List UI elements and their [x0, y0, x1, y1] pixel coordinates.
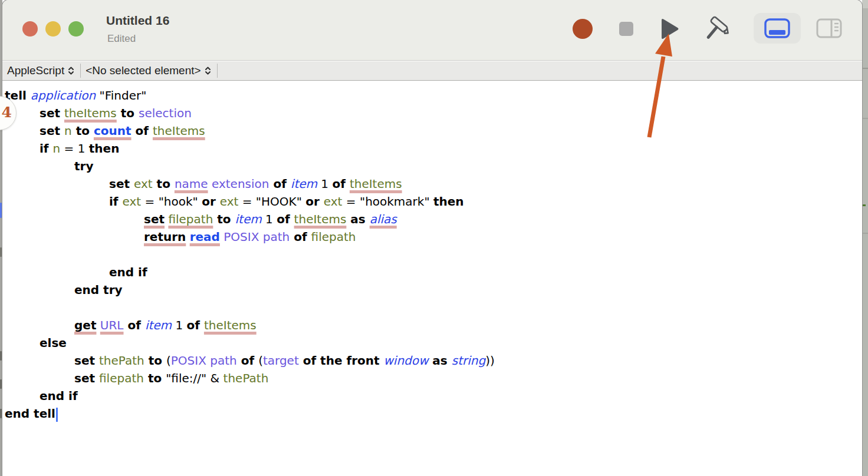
code-token: )): [485, 353, 495, 368]
code-token: POSIX path: [223, 230, 290, 244]
text-cursor: [56, 408, 58, 422]
code-token: filepath: [99, 371, 144, 385]
record-button[interactable]: [570, 16, 595, 41]
code-token: alias: [370, 212, 397, 226]
code-token: count: [94, 124, 131, 138]
code-token: as: [428, 353, 451, 368]
code-line: set filepath to "file://" & thePath: [2, 369, 862, 387]
code-token: end if: [109, 265, 147, 279]
code-token: thePath: [223, 371, 269, 385]
code-token: of: [269, 177, 290, 191]
screenshot-stage: Untitled 16 Edited: [0, 0, 868, 476]
code-token: to: [72, 124, 94, 138]
close-button[interactable]: [22, 21, 38, 37]
code-token: theItems: [204, 318, 257, 332]
bottom-pane-icon: [754, 13, 801, 44]
code-token: ext: [134, 177, 153, 191]
code-token: ext: [324, 194, 343, 209]
code-token: = "hookmark": [342, 194, 433, 209]
show-right-pane-toggle[interactable]: [811, 13, 847, 44]
code-token: of: [237, 353, 258, 368]
code-token: then: [89, 141, 120, 156]
background-text-fragment: [0, 351, 2, 361]
code-line: return read POSIX path of filepath: [2, 228, 862, 246]
code-token: theItems: [64, 106, 117, 120]
code-line: end try: [2, 281, 862, 299]
code-token: if: [40, 141, 53, 156]
zoom-button[interactable]: [68, 21, 84, 37]
code-token: of: [277, 212, 294, 226]
code-token: n: [64, 124, 72, 138]
code-token: to: [153, 177, 175, 191]
code-token: extension: [208, 177, 269, 191]
code-token: = "hook": [141, 194, 202, 209]
code-token: end if: [40, 389, 78, 403]
record-icon: [573, 19, 593, 39]
code-token: of the front: [299, 353, 384, 368]
code-token: theItems: [350, 177, 402, 191]
code-token: or: [305, 194, 324, 209]
selected-element-dropdown[interactable]: <No selected element>: [81, 61, 216, 80]
window-title: Untitled 16: [106, 14, 169, 28]
code-editor[interactable]: tell application "Finder"set theItems to…: [2, 81, 862, 476]
code-token: filepath: [168, 212, 213, 226]
background-text-fragment: [0, 379, 2, 389]
code-token: = 1: [60, 141, 89, 156]
code-line: end if: [2, 263, 862, 281]
code-line: set thePath to (POSIX path of (target of…: [2, 352, 862, 369]
show-bottom-pane-toggle[interactable]: [754, 13, 801, 44]
chevron-up-down-icon: [68, 65, 74, 76]
code-line: if n = 1 then: [2, 140, 862, 157]
code-token: to: [144, 371, 166, 385]
code-token: (: [258, 353, 263, 368]
code-token: ext: [220, 194, 239, 209]
code-token: to: [213, 212, 235, 226]
code-token: else: [40, 336, 67, 350]
code-token: URL: [100, 318, 124, 332]
code-line: else: [2, 334, 862, 352]
play-icon: [656, 16, 682, 41]
code-token: application: [31, 88, 96, 103]
code-token: target: [263, 353, 299, 368]
code-token: 1: [317, 177, 332, 191]
chevron-up-down-icon: [205, 65, 211, 76]
language-dropdown[interactable]: AppleScript: [2, 61, 80, 80]
minimize-button[interactable]: [45, 21, 61, 37]
code-line: tell application "Finder": [2, 87, 862, 104]
code-token: "file://" &: [166, 371, 223, 385]
title-bar: Untitled 16 Edited: [2, 0, 862, 61]
code-token: or: [202, 194, 220, 209]
compile-button[interactable]: [699, 13, 732, 45]
code-token: of: [124, 318, 145, 332]
code-token: theItems: [153, 124, 205, 138]
code-token: ext: [123, 194, 142, 209]
code-token: "Finder": [96, 88, 146, 103]
code-token: 1: [172, 318, 186, 332]
code-token: theItems: [294, 212, 347, 226]
code-token: item: [235, 212, 262, 226]
run-button[interactable]: [656, 16, 682, 41]
language-dropdown-label: AppleScript: [7, 64, 64, 77]
code-token: as: [346, 212, 369, 226]
code-token: = "HOOK": [238, 194, 305, 209]
code-token: if: [109, 194, 123, 209]
code-token: selection: [139, 106, 192, 120]
edited-status: Edited: [107, 33, 136, 45]
code-line: try: [2, 157, 862, 175]
code-token: string: [452, 353, 485, 368]
code-line: set ext to name extension of item 1 of t…: [2, 175, 862, 193]
code-token: filepath: [311, 230, 356, 244]
code-line: end tell: [2, 405, 862, 422]
code-token: thePath: [99, 353, 144, 368]
code-token: item: [291, 177, 317, 191]
navbar-separator: [217, 64, 218, 78]
code-line: [2, 299, 862, 316]
code-token: item: [145, 318, 172, 332]
code-token: name: [175, 177, 208, 191]
code-token: of: [187, 318, 204, 332]
stop-button[interactable]: [616, 18, 637, 39]
background-window-sliver-right: [862, 0, 868, 476]
code-token: get: [74, 318, 96, 332]
code-token: end try: [74, 283, 123, 297]
code-token: n: [53, 141, 61, 156]
